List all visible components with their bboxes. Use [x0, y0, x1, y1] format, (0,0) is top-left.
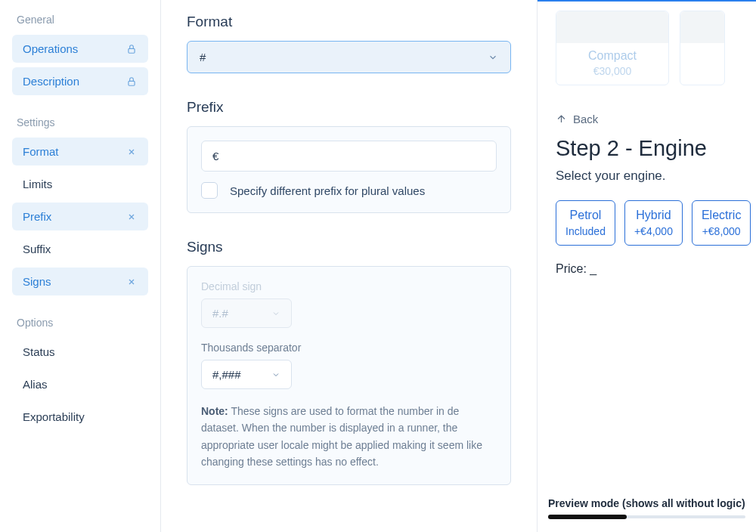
svg-rect-1 [129, 81, 135, 85]
format-select[interactable]: # [187, 41, 511, 73]
lock-icon [125, 43, 138, 55]
step-subtitle: Select your engine. [556, 169, 742, 184]
sidebar-item-alias[interactable]: Alias [12, 370, 148, 398]
sidebar-item-label: Suffix [23, 243, 138, 255]
thousands-label: Thousands separator [201, 342, 497, 354]
sidebar-group-general: General Operations Description [12, 14, 148, 95]
sidebar-item-label: Limits [23, 178, 138, 190]
sidebar-item-label: Operations [23, 42, 125, 55]
section-prefix: Prefix Specify different prefix for plur… [187, 99, 511, 213]
signs-card: Decimal sign #.# Thousands separator #,#… [187, 266, 511, 485]
price-line: Price: _ [556, 262, 742, 276]
engine-name: Hybrid [634, 209, 673, 222]
arrow-up-icon [556, 113, 567, 125]
car-price: €30,000 [556, 65, 668, 77]
main-panel: Format # Prefix Specify different prefix… [161, 0, 537, 532]
svg-rect-0 [129, 48, 135, 53]
plural-checkbox-row: Specify different prefix for plural valu… [201, 182, 497, 199]
preview-panel: Compact €30,000 Back Step 2 - Engine Sel… [537, 0, 756, 532]
sidebar-item-signs[interactable]: Signs [12, 268, 148, 295]
chevron-down-icon [271, 309, 280, 318]
back-link[interactable]: Back [556, 113, 598, 125]
preview-mode-label: Preview mode (shows all without logic) [548, 497, 745, 509]
sidebar-item-label: Signs [23, 275, 125, 288]
car-card-row: Compact €30,000 [556, 11, 742, 85]
thousands-select[interactable]: #,### [201, 360, 292, 389]
sidebar-item-format[interactable]: Format [12, 138, 148, 165]
section-signs: Signs Decimal sign #.# Thousands separat… [187, 239, 511, 485]
sidebar-item-status[interactable]: Status [12, 338, 148, 366]
sidebar-group-label: Settings [17, 116, 144, 128]
chevron-down-icon [488, 52, 498, 63]
engine-price: +€8,000 [702, 225, 741, 237]
section-format: Format # [187, 14, 511, 73]
sidebar-item-operations[interactable]: Operations [12, 35, 148, 63]
engine-price: +€4,000 [634, 225, 673, 237]
preview-body: Compact €30,000 Back Step 2 - Engine Sel… [538, 0, 756, 490]
car-image [680, 11, 724, 43]
plural-checkbox-label: Specify different prefix for plural valu… [230, 184, 425, 197]
format-value: # [200, 51, 206, 63]
chevron-down-icon [271, 370, 280, 379]
decimal-select: #.# [201, 298, 292, 328]
thousands-value: #,### [212, 368, 241, 381]
sidebar-item-label: Format [23, 145, 125, 158]
engine-name: Petrol [565, 209, 606, 222]
car-image [556, 11, 668, 43]
sidebar-group-options: Options Status Alias Exportability [12, 317, 148, 431]
decimal-value: #.# [212, 307, 228, 320]
engine-card-hybrid[interactable]: Hybrid +€4,000 [624, 200, 683, 246]
lock-icon [125, 76, 138, 88]
sidebar: General Operations Description Settings … [0, 0, 161, 532]
sidebar-item-label: Prefix [23, 210, 125, 223]
sidebar-group-settings: Settings Format Limits Prefix Suffix Sig… [12, 116, 148, 295]
sidebar-item-suffix[interactable]: Suffix [12, 235, 148, 263]
sidebar-item-limits[interactable]: Limits [12, 170, 148, 198]
slider-handle[interactable] [548, 515, 627, 519]
note-body: These signs are used to format the numbe… [201, 405, 482, 468]
back-label: Back [573, 113, 598, 125]
sidebar-item-label: Status [23, 345, 138, 358]
prefix-input[interactable] [201, 141, 497, 172]
close-icon[interactable] [125, 276, 138, 288]
engine-options: Petrol Included Hybrid +€4,000 Electric … [556, 200, 742, 246]
section-heading: Prefix [187, 99, 511, 116]
note-prefix: Note: [201, 405, 228, 417]
sidebar-item-description[interactable]: Description [12, 67, 148, 95]
car-card-compact[interactable]: Compact €30,000 [556, 11, 669, 85]
decimal-label: Decimal sign [201, 280, 497, 292]
sidebar-item-prefix[interactable]: Prefix [12, 203, 148, 230]
engine-price: Included [565, 225, 606, 237]
preview-slider[interactable] [548, 515, 745, 518]
plural-checkbox[interactable] [201, 182, 218, 199]
section-heading: Signs [187, 239, 511, 255]
sidebar-item-exportability[interactable]: Exportability [12, 403, 148, 431]
sidebar-item-label: Alias [23, 378, 138, 391]
step-title: Step 2 - Engine [556, 136, 742, 161]
sidebar-item-label: Exportability [23, 410, 138, 423]
engine-card-petrol[interactable]: Petrol Included [556, 200, 615, 246]
engine-name: Electric [702, 209, 741, 222]
car-card-partial[interactable] [680, 11, 725, 85]
car-name: Compact [556, 49, 668, 63]
thousands-block: Thousands separator #,### [201, 342, 497, 389]
close-icon[interactable] [125, 211, 138, 223]
prefix-card: Specify different prefix for plural valu… [187, 126, 511, 213]
signs-note: Note: These signs are used to format the… [201, 403, 497, 471]
sidebar-group-label: Options [17, 317, 144, 329]
decimal-block: Decimal sign #.# [201, 280, 497, 328]
preview-footer: Preview mode (shows all without logic) [538, 490, 756, 532]
sidebar-item-label: Description [23, 75, 125, 88]
engine-card-electric[interactable]: Electric +€8,000 [692, 200, 751, 246]
sidebar-group-label: General [17, 14, 144, 26]
close-icon[interactable] [125, 146, 138, 158]
section-heading: Format [187, 14, 511, 30]
